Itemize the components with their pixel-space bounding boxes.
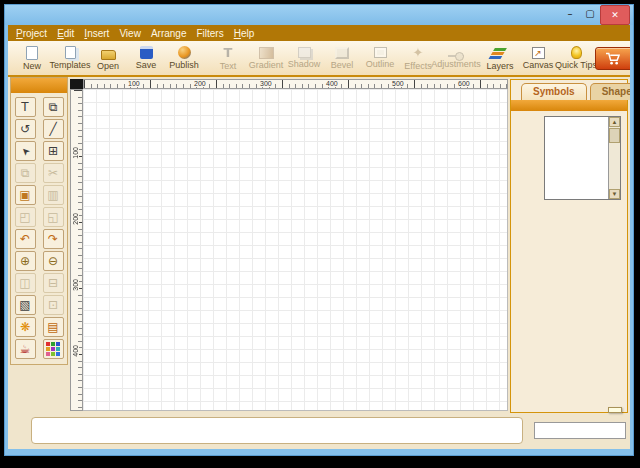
menu-item-view[interactable]: View xyxy=(119,28,141,39)
design-canvas[interactable] xyxy=(83,89,508,411)
copy-tool[interactable]: ⧉ xyxy=(15,163,36,183)
menu-item-help[interactable]: Help xyxy=(234,28,255,39)
color-scatter-tool[interactable]: ❋ xyxy=(15,317,36,337)
gradient-icon xyxy=(259,47,274,59)
redo-tool[interactable]: ↷ xyxy=(43,229,64,249)
bring-forward-tool[interactable]: ◰ xyxy=(15,207,36,227)
publish-button[interactable]: Publish xyxy=(165,45,203,71)
color-bowl-tool[interactable]: ☕ xyxy=(15,339,36,359)
send-backward-tool-icon: ◱ xyxy=(47,210,58,224)
rotate-tool[interactable]: ↺ xyxy=(15,119,36,139)
texture-tool[interactable]: ▤ xyxy=(43,317,64,337)
gradient-button[interactable]: Gradient xyxy=(247,46,285,71)
open-button[interactable]: Open xyxy=(89,45,127,72)
layers-button[interactable]: Layers xyxy=(481,45,519,72)
select-tool[interactable]: ➤ xyxy=(15,141,36,161)
text-tool-icon: T xyxy=(21,100,28,114)
outline-button[interactable]: Outline xyxy=(361,46,399,70)
menu-item-project[interactable]: Project xyxy=(16,28,47,39)
toolbar-label: Save xyxy=(136,60,157,70)
titlebar[interactable]: –▢✕ xyxy=(5,5,633,25)
delete-tool[interactable]: ▥ xyxy=(43,185,64,205)
close-button[interactable]: ✕ xyxy=(600,5,630,25)
line-tool[interactable]: ╱ xyxy=(43,119,64,139)
distribute-tool[interactable]: ⊟ xyxy=(43,273,64,293)
scrollbar-thumb[interactable] xyxy=(609,128,620,143)
scroll-up-icon[interactable]: ▲ xyxy=(609,117,620,127)
outline-icon xyxy=(374,47,387,58)
save-icon xyxy=(140,46,153,59)
desktop-background: { "window": { "title": "Quick Logo Desig… xyxy=(0,0,640,468)
panel-body: ▲ ▼ xyxy=(511,111,627,205)
distribute-tool-icon: ⊟ xyxy=(48,276,58,290)
new-button[interactable]: New xyxy=(13,45,51,72)
toolbar-label: New xyxy=(23,61,41,71)
zoom-in-tool[interactable]: ⊕ xyxy=(15,251,36,271)
toolbox-header xyxy=(11,78,67,93)
palette-tool[interactable] xyxy=(43,339,64,359)
quicktips-icon xyxy=(571,46,582,59)
toolbar-label: Templates xyxy=(49,60,90,70)
tab-symbols[interactable]: Symbols xyxy=(521,83,587,100)
lock-tool[interactable]: ⊡ xyxy=(43,295,64,315)
toolbar-label: Shadow xyxy=(288,59,321,69)
cut-tool[interactable]: ✂ xyxy=(43,163,64,183)
paste-tool[interactable]: ▣ xyxy=(15,185,36,205)
shadow-icon xyxy=(298,47,311,58)
palette-grid-icon xyxy=(46,342,60,356)
workspace: T⧉↺╱➤⊞⧉✂▣▥◰◱↶↷⊕⊖◫⊟▧⊡❋▤☕ 1002003004005006… xyxy=(8,77,630,413)
menu-item-insert[interactable]: Insert xyxy=(84,28,109,39)
category-scrollbar: ▲ ▼ xyxy=(608,117,620,199)
vertical-ruler: 100200300400 xyxy=(70,89,83,411)
h-ruler-label: 300 xyxy=(259,80,273,87)
insert-symbol-tool[interactable]: ⧉ xyxy=(43,97,64,117)
canvas-button[interactable]: Canvas xyxy=(519,46,557,71)
adjustments-button[interactable]: Adjustments xyxy=(437,47,475,70)
transform-tool[interactable]: ▧ xyxy=(15,295,36,315)
canvas-icon xyxy=(532,47,545,59)
toolbar-label: Effects xyxy=(404,61,431,71)
texture-tool-icon: ▤ xyxy=(47,320,58,334)
toolbar-label: Layers xyxy=(486,61,513,71)
maximize-button[interactable]: ▢ xyxy=(580,5,600,21)
menu-item-edit[interactable]: Edit xyxy=(57,28,74,39)
h-ruler-label: 400 xyxy=(325,80,339,87)
zoom-out-tool[interactable]: ⊖ xyxy=(43,251,64,271)
open-icon xyxy=(101,50,116,60)
toolbar-label: Outline xyxy=(366,59,395,69)
ruler-unit-label xyxy=(70,79,83,89)
text-tool[interactable]: T xyxy=(15,97,36,117)
undo-tool[interactable]: ↶ xyxy=(15,229,36,249)
toolbar-label: Bevel xyxy=(331,60,354,70)
paste-tool-icon: ▣ xyxy=(19,188,30,202)
effects-icon xyxy=(410,45,426,60)
text-icon xyxy=(220,45,236,60)
buy-now-button[interactable] xyxy=(595,47,630,70)
tab-shapes[interactable]: Shapes xyxy=(590,83,630,100)
window-controls: –▢✕ xyxy=(560,5,630,25)
properties-tool-icon: ⊞ xyxy=(48,144,58,158)
scroll-down-icon[interactable]: ▼ xyxy=(609,189,620,199)
shadow-button[interactable]: Shadow xyxy=(285,46,323,70)
templates-icon xyxy=(65,46,76,59)
toolbox-tools: T⧉↺╱➤⊞⧉✂▣▥◰◱↶↷⊕⊖◫⊟▧⊡❋▤☕ xyxy=(11,93,67,364)
minimize-button[interactable]: – xyxy=(560,5,580,21)
save-button[interactable]: Save xyxy=(127,45,165,71)
insert-symbol-tool-icon: ⧉ xyxy=(49,100,58,114)
menu-item-filters[interactable]: Filters xyxy=(196,28,223,39)
cut-tool-icon: ✂ xyxy=(48,166,58,180)
panel-accent-band xyxy=(511,100,627,111)
templates-button[interactable]: Templates xyxy=(51,45,89,71)
text-button[interactable]: Text xyxy=(209,44,247,72)
select-tool-icon: ➤ xyxy=(18,144,32,158)
send-backward-tool[interactable]: ◱ xyxy=(43,207,64,227)
rotate-tool-icon: ↺ xyxy=(20,122,30,136)
menu-item-arrange[interactable]: Arrange xyxy=(151,28,187,39)
logo-text-input[interactable] xyxy=(534,422,626,439)
color-scatter-tool-icon: ❋ xyxy=(20,320,30,334)
zoom-out-tool-icon: ⊖ xyxy=(48,254,58,268)
align-tool[interactable]: ◫ xyxy=(15,273,36,293)
quick-tips-button[interactable]: Quick Tips xyxy=(557,45,595,71)
bevel-button[interactable]: Bevel xyxy=(323,46,361,71)
properties-tool[interactable]: ⊞ xyxy=(43,141,64,161)
